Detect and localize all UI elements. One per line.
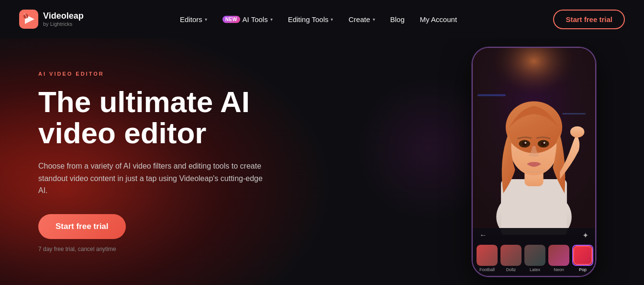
create-chevron-icon: ▾	[373, 17, 375, 22]
nav-item-ai-tools[interactable]: NEW AI Tools ▾	[222, 15, 273, 23]
filter-thumb-latex	[524, 245, 545, 266]
hero-cta-button[interactable]: Start free trial	[38, 214, 126, 239]
phone-mockup: ← ✦ Football	[472, 47, 596, 277]
phone-back-icon: ←	[479, 231, 487, 239]
brand-tagline: by Lightricks	[43, 21, 84, 27]
phone-screen: ← ✦ Football	[473, 48, 595, 276]
filter-thumb-doltz	[500, 245, 522, 266]
nav-item-editors[interactable]: Editors ▾	[180, 15, 207, 23]
hero-section: AI VIDEO EDITOR The ultimate AI video ed…	[0, 38, 644, 285]
nav-item-blog[interactable]: Blog	[390, 15, 405, 23]
filter-item-doltz[interactable]: Doltz	[500, 245, 522, 272]
trial-note: 7 day free trial, cancel anytime	[38, 246, 297, 252]
phone-mockup-wrapper: ← ✦ Football	[472, 43, 596, 280]
filter-label-football: Football	[479, 267, 495, 272]
svg-point-1	[23, 14, 28, 19]
filter-label-doltz: Doltz	[506, 267, 516, 272]
blog-label: Blog	[390, 15, 405, 23]
filter-item-neon[interactable]: Neon	[548, 245, 569, 272]
new-badge: NEW	[222, 16, 240, 23]
filter-thumb-neon	[548, 245, 569, 266]
hero-content: AI VIDEO EDITOR The ultimate AI video ed…	[0, 47, 297, 276]
nav-links: Editors ▾ NEW AI Tools ▾ Editing Tools ▾…	[180, 15, 457, 23]
brand-name: Videoleap	[43, 11, 84, 21]
filter-item-pop[interactable]: Pop	[572, 245, 593, 272]
filter-item-football[interactable]: Football	[477, 245, 498, 272]
logo-text: Videoleap by Lightricks	[43, 11, 84, 27]
editors-chevron-icon: ▾	[205, 17, 207, 22]
my-account-label: My Account	[420, 15, 457, 23]
filter-label-neon: Neon	[554, 267, 564, 272]
phone-toolbar-controls: ← ✦	[473, 228, 595, 243]
svg-rect-18	[473, 48, 595, 235]
hero-label: AI VIDEO EDITOR	[38, 71, 297, 77]
hero-description: Choose from a variety of AI video filter…	[38, 160, 268, 197]
nav-item-create[interactable]: Create ▾	[348, 15, 375, 23]
logo[interactable]: Videoleap by Lightricks	[19, 10, 84, 29]
filter-label-pop: Pop	[579, 267, 587, 272]
logo-icon	[19, 10, 38, 29]
editing-tools-chevron-icon: ▾	[331, 17, 333, 22]
filter-label-latex: Latex	[530, 267, 540, 272]
filter-thumb-pop	[572, 245, 593, 266]
navbar: Videoleap by Lightricks Editors ▾ NEW AI…	[0, 0, 644, 38]
phone-wand-icon: ✦	[582, 231, 588, 240]
filter-item-latex[interactable]: Latex	[524, 245, 545, 272]
phone-photo	[473, 48, 595, 235]
create-label: Create	[348, 15, 370, 23]
hero-title: The ultimate AI video editor	[38, 86, 297, 148]
nav-item-editing-tools[interactable]: Editing Tools ▾	[288, 15, 333, 23]
ai-tools-chevron-icon: ▾	[270, 17, 273, 22]
phone-filter-toolbar: ← ✦ Football	[473, 228, 595, 276]
phone-filter-list: Football Doltz Latex	[473, 243, 595, 276]
editors-label: Editors	[180, 15, 202, 23]
editing-tools-label: Editing Tools	[288, 15, 329, 23]
nav-cta-button[interactable]: Start free trial	[553, 10, 625, 29]
filter-thumb-football	[477, 245, 498, 266]
ai-tools-label: AI Tools	[243, 15, 268, 23]
nav-item-my-account[interactable]: My Account	[420, 15, 457, 23]
